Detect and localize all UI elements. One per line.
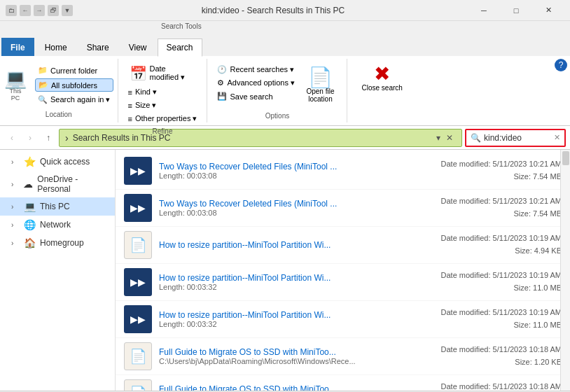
file-item-3[interactable]: 📄How to resize partition--MiniTool Parti… bbox=[116, 227, 570, 264]
expand-icon: › bbox=[11, 239, 20, 247]
file-name-2[interactable]: Two Ways to Recover Deleted Files (MiniT… bbox=[159, 199, 390, 209]
window-controls: ─ □ ✕ bbox=[468, 0, 564, 21]
file-item-2[interactable]: ▶Two Ways to Recover Deleted Files (Mini… bbox=[116, 190, 570, 227]
file-item-7[interactable]: 📄Full Guide to Migrate OS to SSD with Mi… bbox=[116, 375, 570, 391]
path-text: Search Results in This PC bbox=[73, 133, 433, 143]
save-search-label: Save search bbox=[230, 92, 272, 101]
kind-button[interactable]: ≡ Kind ▾ bbox=[125, 86, 160, 98]
search-again-button[interactable]: 🔍 Search again in ▾ bbox=[35, 94, 113, 106]
expand-icon: › bbox=[11, 181, 19, 188]
expand-icon: › bbox=[11, 221, 20, 229]
homegroup-icon: 🏠 bbox=[24, 237, 36, 248]
tb-icon-3: → bbox=[34, 5, 45, 16]
close-search-button[interactable]: ✖ Close search bbox=[356, 60, 408, 96]
date-modified-label: Datemodified ▾ bbox=[150, 64, 186, 82]
file-item-6[interactable]: 📄Full Guide to Migrate OS to SSD with Mi… bbox=[116, 338, 570, 375]
search-clear-icon[interactable]: ✕ bbox=[554, 133, 560, 142]
tab-view[interactable]: View bbox=[120, 38, 156, 56]
scrollbar[interactable] bbox=[560, 150, 570, 391]
date-modified-icon: 📅 bbox=[130, 65, 147, 82]
file-meta-2: Date modified: 5/11/2023 10:21 AMSize: 7… bbox=[441, 195, 562, 220]
close-search-icon: ✖ bbox=[374, 64, 390, 84]
file-icon-4: ▶ bbox=[124, 268, 152, 296]
file-info-1: Two Ways to Recover Deleted Files (MiniT… bbox=[159, 162, 441, 180]
file-icon-3: 📄 bbox=[124, 231, 152, 259]
current-folder-button[interactable]: 📁 Current folder bbox=[35, 64, 113, 76]
save-search-button[interactable]: 💾 Save search bbox=[214, 90, 298, 102]
quick-access-label: Quick access bbox=[40, 157, 90, 167]
file-icon-7: 📄 bbox=[124, 379, 152, 391]
open-file-location-button[interactable]: 📄 Open filelocation bbox=[300, 64, 340, 107]
file-name-5[interactable]: How to resize partition--MiniTool Partit… bbox=[159, 310, 390, 320]
other-properties-button[interactable]: ≡ Other properties ▾ bbox=[125, 113, 200, 125]
current-folder-label: Current folder bbox=[50, 66, 97, 75]
this-pc-label: This PC bbox=[40, 202, 70, 211]
file-name-3[interactable]: How to resize partition--MiniTool Partit… bbox=[159, 240, 390, 250]
save-search-icon: 💾 bbox=[217, 92, 227, 101]
search-input[interactable] bbox=[484, 133, 554, 143]
file-name-6[interactable]: Full Guide to Migrate OS to SSD with Min… bbox=[159, 347, 390, 357]
file-item-1[interactable]: ▶Two Ways to Recover Deleted Files (Mini… bbox=[116, 153, 570, 190]
file-sub-2: Length: 00:03:08 bbox=[159, 209, 441, 217]
size-icon: ≡ bbox=[128, 102, 132, 110]
sidebar-item-network[interactable]: › 🌐 Network bbox=[0, 216, 115, 234]
file-item-5[interactable]: ▶How to resize partition--MiniTool Parti… bbox=[116, 301, 570, 338]
address-dropdown-icon[interactable]: ▾ bbox=[433, 133, 443, 143]
address-path[interactable]: › Search Results in This PC ▾ ✕ bbox=[59, 129, 462, 147]
main-content: › ⭐ Quick access › ☁ OneDrive - Personal… bbox=[0, 150, 570, 391]
sidebar-item-this-pc[interactable]: › 💻 This PC bbox=[0, 197, 115, 216]
open-file-icon: 📄 bbox=[308, 68, 333, 88]
this-pc-icon: 💻 bbox=[24, 201, 36, 212]
ribbon-group-close: ✖ Close search bbox=[347, 59, 416, 122]
file-info-6: Full Guide to Migrate OS to SSD with Min… bbox=[159, 347, 441, 365]
search-icon: 🔍 bbox=[471, 133, 481, 143]
file-info-7: Full Guide to Migrate OS to SSD with Min… bbox=[159, 384, 441, 391]
advanced-options-icon: ⚙ bbox=[217, 78, 224, 88]
recent-searches-button[interactable]: 🕐 Recent searches ▾ bbox=[214, 64, 298, 76]
forward-button[interactable]: › bbox=[22, 130, 38, 146]
kind-label: Kind ▾ bbox=[135, 88, 157, 97]
date-modified-button[interactable]: 📅 Datemodified ▾ bbox=[125, 62, 190, 85]
file-name-4[interactable]: How to resize partition--MiniTool Partit… bbox=[159, 273, 390, 283]
search-tools-label: Search Tools bbox=[161, 22, 202, 30]
recent-searches-label: Recent searches ▾ bbox=[230, 65, 294, 74]
homegroup-label: Homegroup bbox=[40, 238, 84, 248]
help-button[interactable]: ? bbox=[555, 59, 567, 71]
file-list: ▶Two Ways to Recover Deleted Files (Mini… bbox=[116, 150, 570, 391]
title-bar: 🗀 ← → 🗗 ▼ kind:video - Search Results in… bbox=[0, 0, 570, 21]
maximize-button[interactable]: □ bbox=[500, 0, 532, 21]
advanced-options-button[interactable]: ⚙ Advanced options ▾ bbox=[214, 77, 298, 89]
ribbon-tabs: File Home Share View Search bbox=[0, 35, 570, 56]
sidebar-item-onedrive[interactable]: › ☁ OneDrive - Personal bbox=[0, 171, 115, 197]
file-item-4[interactable]: ▶How to resize partition--MiniTool Parti… bbox=[116, 264, 570, 301]
file-name-7[interactable]: Full Guide to Migrate OS to SSD with Min… bbox=[159, 384, 390, 391]
tab-home[interactable]: Home bbox=[36, 38, 76, 56]
tab-search[interactable]: Search bbox=[158, 38, 202, 57]
file-info-2: Two Ways to Recover Deleted Files (MiniT… bbox=[159, 199, 441, 217]
open-file-label: Open filelocation bbox=[306, 88, 334, 103]
back-button[interactable]: ‹ bbox=[4, 130, 20, 146]
search-tools-header: Search Tools bbox=[0, 21, 570, 35]
expand-icon: › bbox=[11, 158, 20, 166]
close-button[interactable]: ✕ bbox=[532, 0, 564, 21]
close-search-label: Close search bbox=[361, 84, 402, 92]
all-subfolders-button[interactable]: 📂 All subfolders bbox=[35, 78, 113, 92]
file-name-1[interactable]: Two Ways to Recover Deleted Files (MiniT… bbox=[159, 162, 390, 172]
ribbon-group-location: 💻 ThisPC 📁 Current folder 📂 All subfolde… bbox=[0, 59, 118, 122]
file-icon-1: ▶ bbox=[124, 157, 152, 185]
file-info-4: How to resize partition--MiniTool Partit… bbox=[159, 273, 441, 291]
sidebar-item-homegroup[interactable]: › 🏠 Homegroup bbox=[0, 234, 115, 252]
search-box[interactable]: 🔍 ✕ bbox=[465, 129, 566, 147]
tab-share[interactable]: Share bbox=[78, 38, 118, 56]
tab-file[interactable]: File bbox=[1, 38, 34, 56]
recent-searches-icon: 🕐 bbox=[217, 65, 227, 74]
minimize-button[interactable]: ─ bbox=[468, 0, 500, 21]
address-bar: ‹ › ↑ › Search Results in This PC ▾ ✕ 🔍 … bbox=[0, 126, 570, 150]
size-button[interactable]: ≡ Size ▾ bbox=[125, 99, 160, 111]
refine-group-label: Refine bbox=[153, 126, 173, 136]
up-button[interactable]: ↑ bbox=[41, 130, 56, 146]
options-group-label: Options bbox=[265, 111, 289, 121]
sidebar-item-quick-access[interactable]: › ⭐ Quick access bbox=[0, 153, 115, 171]
address-clear-icon[interactable]: ✕ bbox=[443, 133, 456, 143]
file-meta-7: Date modified: 5/11/2023 10:18 AMSize: 1… bbox=[441, 381, 562, 391]
